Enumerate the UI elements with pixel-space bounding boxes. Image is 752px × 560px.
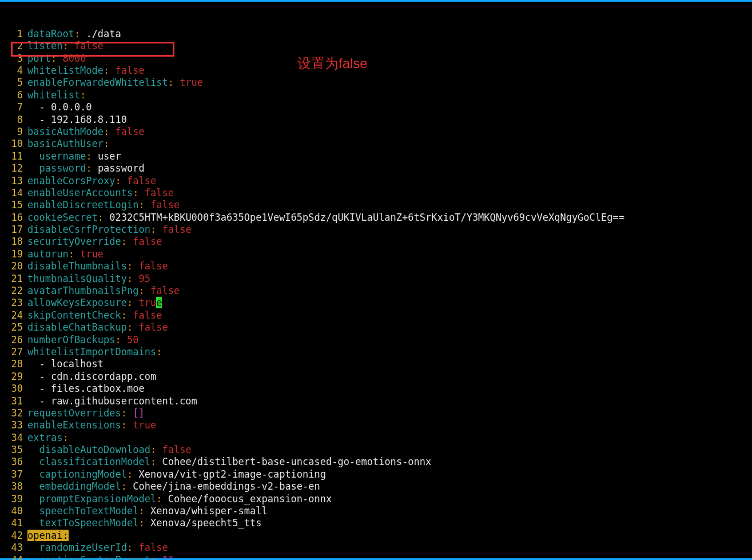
code-content[interactable]: captionSystemPrompt: "" [27, 554, 752, 560]
line-number: 31 [0, 395, 27, 407]
code-line[interactable]: 42openai: [0, 530, 752, 542]
code-content[interactable]: disableChatBackup: false [27, 321, 752, 333]
code-content[interactable]: whitelistImportDomains: [27, 346, 752, 358]
code-content[interactable]: password: password [27, 162, 752, 174]
code-content[interactable]: extras: [27, 432, 752, 444]
code-content[interactable]: dataRoot: ./data [27, 28, 752, 40]
code-content[interactable]: autorun: true [27, 248, 752, 260]
code-content[interactable]: listen: false [27, 40, 752, 52]
code-content[interactable]: requestOverrides: [] [27, 407, 752, 419]
code-line[interactable]: 34extras: [0, 432, 752, 444]
code-content[interactable]: enableUserAccounts: false [27, 187, 752, 199]
code-content[interactable]: numberOfBackups: 50 [27, 334, 752, 346]
code-line[interactable]: 8 - 192.168.8.110 [0, 114, 752, 126]
line-number: 28 [0, 358, 27, 370]
code-content[interactable]: - raw.githubusercontent.com [27, 395, 752, 407]
code-line[interactable]: 20disableThumbnails: false [0, 260, 752, 272]
code-content[interactable]: - 0.0.0.0 [27, 101, 752, 113]
code-line[interactable]: 19autorun: true [0, 248, 752, 260]
code-content[interactable]: enableDiscreetLogin: false [27, 199, 752, 211]
code-content[interactable]: cookieSecret: 0232C5HTM+kBKU0O0f3a635Ope… [27, 212, 752, 224]
code-content[interactable]: classificationModel: Cohee/distilbert-ba… [27, 456, 752, 468]
line-number: 24 [0, 309, 27, 321]
line-number: 26 [0, 334, 27, 346]
code-line[interactable]: 23allowKeysExposure: true [0, 297, 752, 309]
code-line[interactable]: 22avatarThumbnailsPng: false [0, 285, 752, 297]
code-line[interactable]: 4whitelistMode: false [0, 65, 752, 77]
code-area[interactable]: 1dataRoot: ./data2listen: false3port: 80… [0, 28, 752, 560]
code-line[interactable]: 21thumbnailsQuality: 95 [0, 273, 752, 285]
code-content[interactable]: embeddingModel: Cohee/jina-embeddings-v2… [27, 480, 752, 493]
code-line[interactable]: 11 username: user [0, 150, 752, 162]
code-content[interactable]: basicAuthMode: false [27, 126, 752, 138]
code-line[interactable]: 38 embeddingModel: Cohee/jina-embeddings… [0, 480, 752, 493]
code-line[interactable]: 31 - raw.githubusercontent.com [0, 395, 752, 407]
code-content[interactable]: disableCsrfProtection: false [27, 224, 752, 236]
code-content[interactable]: - localhost [27, 358, 752, 370]
code-line[interactable]: 37 captioningModel: Xenova/vit-gpt2-imag… [0, 468, 752, 480]
code-line[interactable]: 5enableForwardedWhitelist: true [0, 77, 752, 89]
code-content[interactable]: allowKeysExposure: true [27, 297, 752, 309]
code-line[interactable]: 33enableExtensions: true [0, 419, 752, 431]
code-content[interactable]: port: 8000 [27, 53, 752, 65]
code-line[interactable]: 26numberOfBackups: 50 [0, 334, 752, 346]
line-number: 9 [0, 126, 27, 138]
code-line[interactable]: 36 classificationModel: Cohee/distilbert… [0, 456, 752, 468]
code-content[interactable]: disableThumbnails: false [27, 260, 752, 272]
code-line[interactable]: 17disableCsrfProtection: false [0, 224, 752, 236]
code-line[interactable]: 28 - localhost [0, 358, 752, 370]
code-line[interactable]: 2listen: false [0, 40, 752, 52]
terminal-editor[interactable]: 1dataRoot: ./data2listen: false3port: 80… [0, 0, 752, 560]
code-line[interactable]: 43 randomizeUserId: false [0, 542, 752, 554]
code-line[interactable]: 7 - 0.0.0.0 [0, 101, 752, 113]
code-line[interactable]: 3port: 8000 [0, 53, 752, 65]
code-content[interactable]: avatarThumbnailsPng: false [27, 285, 752, 297]
code-line[interactable]: 15enableDiscreetLogin: false [0, 199, 752, 211]
code-line[interactable]: 25disableChatBackup: false [0, 321, 752, 333]
code-line[interactable]: 13enableCorsProxy: false [0, 175, 752, 187]
code-content[interactable]: enableCorsProxy: false [27, 175, 752, 187]
line-number: 10 [0, 138, 27, 150]
code-line[interactable]: 39 promptExpansionModel: Cohee/fooocus_e… [0, 493, 752, 505]
code-content[interactable]: basicAuthUser: [27, 138, 752, 150]
code-content[interactable]: whitelistMode: false [27, 65, 752, 77]
code-line[interactable]: 1dataRoot: ./data [0, 28, 752, 40]
code-content[interactable]: - files.catbox.moe [27, 383, 752, 395]
code-content[interactable]: whitelist: [27, 89, 752, 101]
code-content[interactable]: promptExpansionModel: Cohee/fooocus_expa… [27, 493, 752, 505]
code-line[interactable]: 32requestOverrides: [] [0, 407, 752, 419]
line-number: 6 [0, 89, 27, 101]
line-number: 41 [0, 517, 27, 529]
code-line[interactable]: 30 - files.catbox.moe [0, 383, 752, 395]
code-content[interactable]: enableExtensions: true [27, 419, 752, 431]
code-content[interactable]: username: user [27, 150, 752, 162]
line-number: 44 [0, 554, 27, 560]
code-line[interactable]: 14enableUserAccounts: false [0, 187, 752, 199]
code-line[interactable]: 6whitelist: [0, 89, 752, 101]
code-content[interactable]: - 192.168.8.110 [27, 114, 752, 126]
code-line[interactable]: 40 speechToTextModel: Xenova/whisper-sma… [0, 505, 752, 517]
code-content[interactable]: textToSpeechModel: Xenova/speecht5_tts [27, 517, 752, 529]
code-content[interactable]: openai: [27, 530, 752, 542]
code-line[interactable]: 18securityOverride: false [0, 236, 752, 248]
code-content[interactable]: randomizeUserId: false [27, 542, 752, 554]
code-content[interactable]: thumbnailsQuality: 95 [27, 273, 752, 285]
code-content[interactable]: disableAutoDownload: false [27, 444, 752, 456]
code-content[interactable]: skipContentCheck: false [27, 309, 752, 321]
code-line[interactable]: 35 disableAutoDownload: false [0, 444, 752, 456]
code-line[interactable]: 27whitelistImportDomains: [0, 346, 752, 358]
line-number: 11 [0, 150, 27, 162]
code-line[interactable]: 16cookieSecret: 0232C5HTM+kBKU0O0f3a635O… [0, 212, 752, 224]
code-line[interactable]: 9basicAuthMode: false [0, 126, 752, 138]
code-content[interactable]: - cdn.discordapp.com [27, 371, 752, 383]
code-content[interactable]: speechToTextModel: Xenova/whisper-small [27, 505, 752, 517]
code-line[interactable]: 24skipContentCheck: false [0, 309, 752, 321]
code-line[interactable]: 12 password: password [0, 162, 752, 174]
code-line[interactable]: 29 - cdn.discordapp.com [0, 371, 752, 383]
code-content[interactable]: securityOverride: false [27, 236, 752, 248]
code-line[interactable]: 10basicAuthUser: [0, 138, 752, 150]
code-line[interactable]: 44 captionSystemPrompt: "" [0, 554, 752, 560]
code-content[interactable]: enableForwardedWhitelist: true [27, 77, 752, 89]
code-line[interactable]: 41 textToSpeechModel: Xenova/speecht5_tt… [0, 517, 752, 529]
code-content[interactable]: captioningModel: Xenova/vit-gpt2-image-c… [27, 468, 752, 480]
